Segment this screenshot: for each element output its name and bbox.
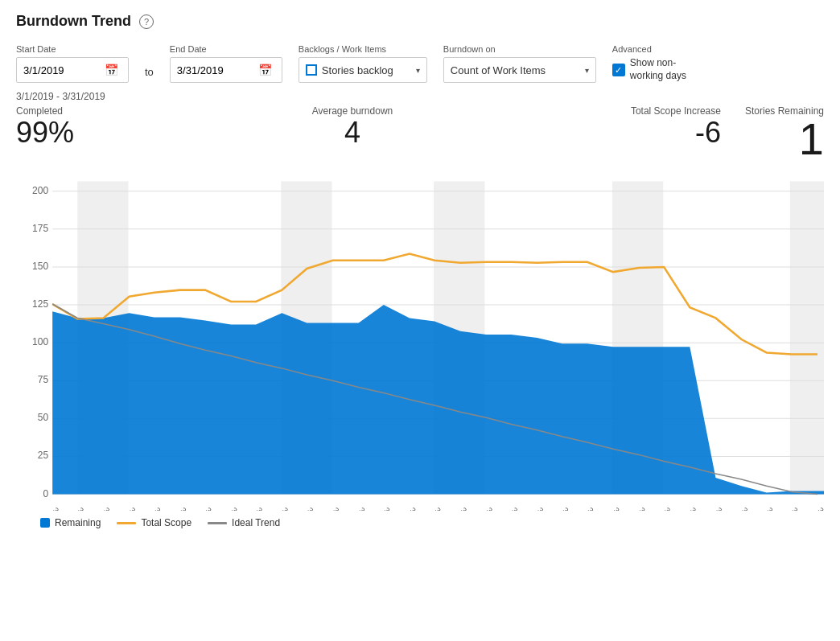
svg-text:3/28/2019: 3/28/2019: [740, 506, 771, 511]
svg-text:3/16/2019: 3/16/2019: [434, 506, 464, 511]
svg-text:3/27/2019: 3/27/2019: [714, 506, 745, 511]
svg-text:3/8/2019: 3/8/2019: [230, 506, 257, 511]
burndown-dropdown-arrow: ▾: [585, 66, 589, 75]
x-axis-labels: 3/1/2019 3/2/2019 3/3/2019 3/4/2019 3/5/…: [51, 506, 824, 511]
advanced-label: Advanced: [612, 44, 694, 54]
start-date-input-wrap[interactable]: 📅: [16, 57, 129, 83]
total-scope-value: -6: [631, 117, 721, 149]
start-calendar-icon: 📅: [105, 64, 118, 76]
svg-text:3/3/2019: 3/3/2019: [102, 506, 130, 511]
svg-text:175: 175: [32, 223, 48, 234]
svg-text:3/26/2019: 3/26/2019: [689, 506, 719, 511]
backlog-icon: [306, 64, 317, 76]
legend-total-scope: Total Scope: [117, 517, 191, 528]
stories-remaining-value: 1: [745, 117, 824, 162]
svg-text:3/13/2019: 3/13/2019: [357, 506, 388, 511]
svg-text:3/20/2019: 3/20/2019: [536, 506, 566, 511]
remaining-area: [52, 305, 824, 494]
svg-text:3/11/2019: 3/11/2019: [306, 506, 336, 511]
svg-text:3/4/2019: 3/4/2019: [128, 506, 155, 511]
completed-label: Completed: [16, 105, 74, 117]
backlogs-group: Backlogs / Work Items Stories backlog ▾: [299, 44, 427, 83]
average-burndown-stat: Average burndown 4: [312, 105, 393, 149]
average-burndown-value: 4: [312, 117, 393, 149]
remaining-legend-label: Remaining: [55, 517, 101, 528]
end-date-group: End Date 📅: [170, 44, 282, 83]
burndown-chart: 0 25 50 75 100 125 150 175 200: [16, 165, 824, 511]
svg-text:200: 200: [32, 185, 48, 196]
start-date-input[interactable]: [23, 64, 100, 76]
page-header: Burndown Trend ?: [16, 13, 824, 30]
ideal-trend-legend-line: [208, 522, 227, 524]
svg-text:0: 0: [43, 488, 48, 499]
ideal-trend-legend-label: Ideal Trend: [232, 517, 280, 528]
advanced-group: Advanced ✓ Show non-working days: [612, 44, 694, 83]
svg-text:3/10/2019: 3/10/2019: [281, 506, 311, 511]
svg-text:75: 75: [38, 375, 49, 386]
end-date-input[interactable]: [177, 64, 253, 76]
end-date-label: End Date: [170, 44, 282, 54]
start-date-label: Start Date: [16, 44, 129, 54]
svg-text:50: 50: [38, 413, 49, 424]
chart-container: 3/1/2019 - 3/31/2019 Completed 99% Avera…: [16, 91, 824, 528]
main-container: Burndown Trend ? Start Date 📅 to End Dat…: [0, 0, 840, 641]
backlogs-value: Stories backlog: [322, 64, 393, 76]
controls-bar: Start Date 📅 to End Date 📅 Backlogs / Wo…: [16, 44, 824, 83]
svg-text:3/14/2019: 3/14/2019: [382, 506, 413, 511]
total-scope-legend-label: Total Scope: [141, 517, 191, 528]
svg-text:3/18/2019: 3/18/2019: [485, 506, 516, 511]
svg-text:3/7/2019: 3/7/2019: [204, 506, 232, 511]
svg-text:3/22/2019: 3/22/2019: [586, 506, 616, 511]
svg-text:3/29/2019: 3/29/2019: [765, 506, 796, 511]
total-scope-stat: Total Scope Increase -6: [631, 105, 721, 149]
average-burndown-label: Average burndown: [312, 105, 393, 117]
show-non-working-checkbox[interactable]: ✓: [612, 64, 625, 76]
svg-text:3/15/2019: 3/15/2019: [409, 506, 439, 511]
stories-remaining-stat: Stories Remaining 1: [745, 105, 824, 162]
svg-text:3/23/2019: 3/23/2019: [612, 506, 643, 511]
svg-text:3/31/2019: 3/31/2019: [817, 506, 824, 511]
svg-text:150: 150: [32, 261, 48, 272]
start-date-group: Start Date 📅: [16, 44, 129, 83]
end-date-input-wrap[interactable]: 📅: [170, 57, 282, 83]
chart-legend: Remaining Total Scope Ideal Trend: [16, 517, 824, 528]
backlogs-dropdown-arrow: ▾: [416, 66, 420, 75]
weekend-band-5: [790, 182, 824, 495]
svg-text:125: 125: [32, 298, 48, 310]
to-label: to: [145, 66, 154, 83]
completed-stat: Completed 99%: [16, 105, 74, 149]
svg-text:3/21/2019: 3/21/2019: [561, 506, 591, 511]
remaining-legend-dot: [40, 518, 50, 528]
date-range-label: 3/1/2019 - 3/31/2019: [16, 91, 824, 102]
burndown-dropdown[interactable]: Count of Work Items ▾: [443, 57, 596, 83]
page-title: Burndown Trend: [16, 13, 131, 30]
checkmark-icon: ✓: [615, 65, 622, 76]
svg-text:3/17/2019: 3/17/2019: [459, 506, 490, 511]
show-non-working-label: Show non-working days: [630, 57, 694, 82]
svg-text:3/30/2019: 3/30/2019: [790, 506, 821, 511]
svg-text:3/1/2019: 3/1/2019: [51, 506, 79, 511]
backlogs-label: Backlogs / Work Items: [299, 44, 427, 54]
total-scope-legend-line: [117, 522, 136, 524]
burndown-group: Burndown on Count of Work Items ▾: [443, 44, 596, 83]
svg-text:25: 25: [38, 450, 49, 462]
svg-text:3/9/2019: 3/9/2019: [255, 506, 282, 511]
stats-row: Completed 99% Average burndown 4 Total S…: [16, 105, 824, 162]
help-icon[interactable]: ?: [139, 14, 154, 29]
svg-text:3/24/2019: 3/24/2019: [638, 506, 669, 511]
svg-text:100: 100: [32, 336, 48, 347]
show-non-working-row: ✓ Show non-working days: [612, 57, 694, 83]
svg-text:3/25/2019: 3/25/2019: [663, 506, 694, 511]
svg-text:3/6/2019: 3/6/2019: [179, 506, 206, 511]
completed-value: 99%: [16, 117, 74, 149]
svg-text:3/12/2019: 3/12/2019: [331, 506, 362, 511]
burndown-label: Burndown on: [443, 44, 596, 54]
svg-text:3/5/2019: 3/5/2019: [153, 506, 180, 511]
svg-text:3/19/2019: 3/19/2019: [510, 506, 541, 511]
svg-text:3/2/2019: 3/2/2019: [76, 506, 104, 511]
legend-remaining: Remaining: [40, 517, 101, 528]
legend-ideal-trend: Ideal Trend: [208, 517, 280, 528]
chart-area: 0 25 50 75 100 125 150 175 200: [16, 165, 824, 511]
burndown-value: Count of Work Items: [451, 64, 546, 76]
backlogs-dropdown[interactable]: Stories backlog ▾: [299, 57, 427, 83]
